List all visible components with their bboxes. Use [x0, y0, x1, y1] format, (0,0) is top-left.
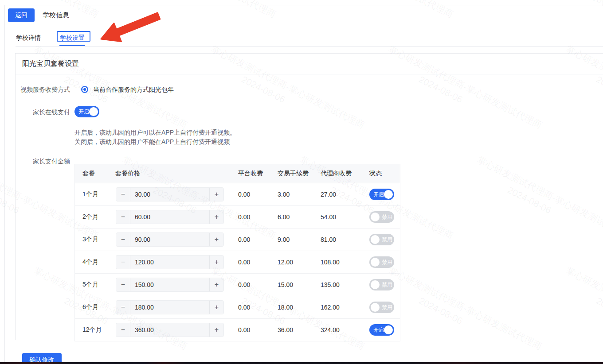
column-header: 套餐 [75, 164, 115, 183]
status-toggle[interactable]: 禁用 [369, 256, 394, 268]
plan-label: 4个月 [75, 251, 115, 273]
price-stepper: −90.00+ [116, 232, 224, 247]
package-table: 套餐套餐价格平台收费交易手续费代理商收费状态 1个月−30.00+0.003.0… [74, 164, 400, 341]
status-toggle[interactable]: 禁用 [369, 234, 394, 245]
decrement-button[interactable]: − [116, 256, 130, 269]
price-input[interactable]: 360.00 [130, 326, 209, 333]
toggle-state-label: 禁用 [382, 259, 392, 266]
toggle-state-label: 开启 [373, 326, 384, 334]
status-toggle[interactable]: 开启 [369, 189, 394, 200]
tab-school-detail[interactable]: 学校详情 [16, 34, 41, 42]
toggle-state-label: 禁用 [382, 236, 392, 244]
table-row: 4个月−120.00+0.0012.00108.00禁用 [75, 251, 400, 273]
pay-amount-label: 家长支付金额 [15, 158, 70, 166]
status-toggle[interactable]: 禁用 [369, 302, 394, 313]
platform-fee: 0.00 [231, 251, 271, 273]
price-input[interactable]: 120.00 [130, 259, 209, 266]
price-input[interactable]: 180.00 [130, 304, 209, 311]
back-button[interactable]: 返回 [8, 8, 35, 22]
decrement-button[interactable]: − [116, 301, 130, 314]
plan-label: 3个月 [75, 228, 115, 251]
platform-fee: 0.00 [231, 319, 271, 341]
table-header-row: 套餐套餐价格平台收费交易手续费代理商收费状态 [75, 164, 400, 183]
toggle-knob [89, 107, 98, 116]
table-row: 3个月−90.00+0.009.0081.00禁用 [75, 228, 400, 251]
online-pay-toggle[interactable]: 开启 [74, 106, 99, 117]
agent-fee: 81.00 [313, 228, 362, 251]
price-input[interactable]: 150.00 [130, 281, 209, 288]
agent-fee: 54.00 [313, 206, 362, 228]
status-cell: 禁用 [362, 206, 401, 228]
table-row: 2个月−60.00+0.006.0054.00禁用 [75, 205, 400, 228]
tabs-divider [16, 46, 603, 47]
transaction-fee: 6.00 [271, 206, 313, 228]
increment-button[interactable]: + [209, 256, 223, 269]
transaction-fee: 9.00 [271, 228, 313, 251]
platform-fee: 0.00 [231, 183, 271, 205]
price-input[interactable]: 60.00 [130, 213, 209, 221]
active-tab-underline [59, 45, 85, 46]
status-toggle[interactable]: 禁用 [369, 211, 394, 223]
toggle-knob [371, 213, 380, 221]
card-title-divider [16, 74, 603, 74]
decrement-button[interactable]: − [116, 278, 130, 291]
price-cell: −60.00+ [115, 206, 231, 228]
decrement-button[interactable]: − [116, 323, 130, 337]
price-cell: −90.00+ [115, 228, 231, 251]
increment-button[interactable]: + [209, 233, 223, 246]
increment-button[interactable]: + [209, 323, 223, 337]
plan-label: 5个月 [75, 274, 115, 296]
toggle-state-label: 禁用 [382, 213, 392, 221]
agent-fee: 162.00 [313, 296, 362, 318]
fee-mode-radio-checked[interactable] [81, 86, 88, 93]
column-header: 状态 [362, 164, 401, 183]
agent-fee: 324.00 [313, 319, 362, 341]
price-input[interactable]: 90.00 [130, 236, 209, 243]
plan-label: 6个月 [75, 296, 115, 318]
decrement-button[interactable]: − [116, 233, 130, 246]
platform-fee: 0.00 [231, 296, 271, 318]
increment-button[interactable]: + [209, 301, 223, 314]
decrement-button[interactable]: − [116, 188, 130, 201]
toggle-knob [371, 258, 380, 267]
price-cell: −120.00+ [115, 251, 231, 273]
page: 返回 学校信息 学校详情 学校设置 阳光宝贝套餐设置 视频服务收费方式 当前合作… [0, 0, 603, 364]
table-row: 5个月−150.00+0.0015.00135.00禁用 [75, 273, 400, 296]
price-cell: −360.00+ [115, 319, 231, 341]
transaction-fee: 18.00 [271, 296, 313, 318]
price-stepper: −30.00+ [116, 187, 224, 201]
transaction-fee: 3.00 [271, 183, 313, 205]
decrement-button[interactable]: − [116, 210, 130, 224]
toggle-knob [371, 235, 380, 244]
column-header: 代理商收费 [313, 164, 362, 183]
online-pay-hint-on: 开启后，该幼儿园的用户可以在APP上自行付费开通视频。 [74, 129, 236, 137]
toggle-knob [384, 190, 393, 199]
price-input[interactable]: 30.00 [130, 191, 209, 198]
price-stepper: −120.00+ [116, 255, 224, 269]
plan-label: 1个月 [75, 183, 115, 205]
agent-fee: 27.00 [313, 183, 362, 205]
online-pay-hint-off: 关闭后，该幼儿园的用户不能在APP上自行付费开通视频 [74, 138, 230, 146]
annotation-highlight-box [57, 31, 90, 42]
table-row: 6个月−180.00+0.0018.00162.00禁用 [75, 296, 400, 318]
increment-button[interactable]: + [209, 210, 223, 224]
fee-mode-option-label[interactable]: 当前合作服务的方式阳光包年 [93, 86, 174, 94]
status-toggle[interactable]: 禁用 [369, 279, 394, 290]
status-cell: 开启 [362, 319, 401, 341]
price-cell: −150.00+ [115, 274, 231, 296]
price-stepper: −60.00+ [116, 210, 224, 224]
increment-button[interactable]: + [209, 278, 223, 291]
toggle-state-label: 开启 [373, 191, 384, 198]
transaction-fee: 15.00 [271, 274, 313, 296]
plan-label: 2个月 [75, 206, 115, 228]
status-toggle[interactable]: 开启 [369, 324, 394, 336]
price-cell: −180.00+ [115, 296, 231, 318]
status-cell: 开启 [362, 183, 401, 205]
agent-fee: 108.00 [313, 251, 362, 273]
plan-label: 12个月 [75, 319, 115, 341]
online-pay-label: 家长在线支付 [15, 108, 70, 116]
table-row: 12个月−360.00+0.0036.00324.00开启 [75, 318, 400, 341]
increment-button[interactable]: + [209, 188, 223, 201]
toggle-knob [371, 280, 380, 289]
status-cell: 禁用 [362, 274, 401, 296]
